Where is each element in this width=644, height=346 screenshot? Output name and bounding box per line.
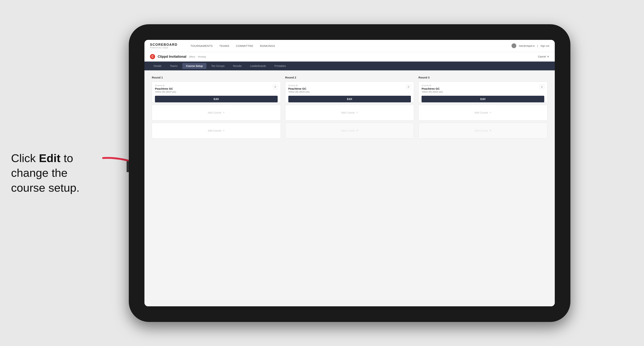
- plus-icon-r3: +: [490, 111, 492, 115]
- plus-icon: +: [223, 111, 225, 115]
- round-3-course-card: (Course A) Peachtree GC Yellow (M) (6629…: [418, 82, 548, 103]
- plus-icon-2: +: [223, 129, 225, 133]
- round-3-column: Round 3 (Course A) Peachtree GC Yellow (…: [418, 76, 548, 141]
- round-3-card-header: (Course A) Peachtree GC Yellow (M) (6629…: [422, 84, 544, 96]
- round-2-add-course-2: Add Course +: [285, 123, 414, 139]
- round-2-course-card: (Course A) Peachtree GC Yellow (M) (6629…: [285, 82, 414, 103]
- nav-links: TOURNAMENTS TEAMS COMMITTEE RANKINGS: [190, 44, 502, 47]
- top-nav: SCOREBOARD Powered by clippd TOURNAMENTS…: [144, 40, 555, 52]
- round-3-delete-icon[interactable]: 🗑: [540, 84, 544, 89]
- round-3-add-course-text-2: Add Course +: [474, 129, 491, 133]
- plus-icon-r2: +: [356, 111, 358, 115]
- tab-leaderboards[interactable]: Leaderboards: [246, 63, 270, 69]
- round-3-title: Round 3: [418, 76, 548, 79]
- round-1-title: Round 1: [152, 76, 281, 79]
- user-email: blair@clippd.io: [519, 44, 534, 47]
- round-1-delete-icon[interactable]: 🗑: [273, 84, 278, 89]
- plus-icon-r2-2: +: [356, 129, 358, 133]
- tablet-screen: SCOREBOARD Powered by clippd TOURNAMENTS…: [144, 40, 555, 306]
- add-course-label-r3: Add Course: [474, 111, 488, 114]
- round-3-course-name: Peachtree GC: [422, 87, 443, 90]
- plus-icon-r3-2: +: [490, 129, 492, 133]
- nav-separator: |: [537, 44, 538, 47]
- round-1-course-label: (Course A): [155, 84, 176, 87]
- round-2-add-course-1[interactable]: Add Course +: [285, 105, 414, 121]
- sub-header: C Clippd Invitational (Men) Hosting Canc…: [144, 52, 555, 62]
- round-2-course-details: Yellow (M) (6629 yds): [288, 91, 310, 93]
- rounds-grid: Round 1 (Course A) Peachtree GC Yellow (…: [152, 76, 548, 141]
- round-3-add-course-text-1: Add Course +: [474, 111, 491, 115]
- add-course-label: Add Course: [208, 111, 221, 114]
- round-2-course-label: (Course A): [288, 84, 310, 87]
- round-2-card-header: (Course A) Peachtree GC Yellow (M) (6629…: [288, 84, 411, 96]
- tab-bar: Details Teams Course Setup Tee Groups Re…: [144, 62, 555, 70]
- main-content: Round 1 (Course A) Peachtree GC Yellow (…: [144, 70, 555, 306]
- round-2-add-course-text-1: Add Course +: [341, 111, 358, 115]
- tab-teams[interactable]: Teams: [166, 63, 181, 69]
- round-1-course-name: Peachtree GC: [155, 87, 176, 90]
- logo-sub: Powered by clippd: [150, 47, 168, 49]
- gender-badge: (Men): [189, 55, 195, 58]
- instruction-text: Click Edit to change the course setup.: [11, 151, 118, 195]
- add-course-label-2: Add Course: [208, 129, 221, 132]
- round-2-title: Round 2: [285, 76, 414, 79]
- logo-area: SCOREBOARD Powered by clippd: [150, 43, 178, 49]
- round-2-column: Round 2 (Course A) Peachtree GC Yellow (…: [285, 76, 414, 141]
- nav-right: blair@clippd.io | Sign out: [512, 43, 549, 48]
- round-1-course-info: (Course A) Peachtree GC Yellow (M) (6629…: [155, 84, 176, 96]
- tab-details[interactable]: Details: [150, 63, 165, 69]
- logo-title: SCOREBOARD: [150, 43, 178, 47]
- cancel-button[interactable]: Cancel ✕: [538, 55, 549, 58]
- tournament-name: Clippd Invitational: [158, 55, 186, 59]
- round-1-add-course-text-2: Add Course +: [208, 129, 225, 133]
- sub-header-left: C Clippd Invitational (Men) Hosting: [150, 54, 206, 59]
- round-1-edit-button[interactable]: Edit: [155, 96, 278, 102]
- tablet-side-button: [126, 161, 129, 172]
- round-1-column: Round 1 (Course A) Peachtree GC Yellow (…: [152, 76, 281, 141]
- tablet-shell: SCOREBOARD Powered by clippd TOURNAMENTS…: [129, 24, 570, 322]
- round-1-add-course-2[interactable]: Add Course +: [152, 123, 281, 139]
- sign-out-link[interactable]: Sign out: [540, 44, 549, 47]
- nav-link-committee[interactable]: COMMITTEE: [236, 44, 253, 47]
- user-avatar: [512, 43, 516, 48]
- tab-tee-groups[interactable]: Tee Groups: [208, 63, 228, 69]
- round-2-delete-icon[interactable]: 🗑: [406, 84, 411, 89]
- round-1-course-details: Yellow (M) (6629 yds): [155, 91, 176, 93]
- round-3-course-details: Yellow (M) (6629 yds): [422, 91, 443, 93]
- round-3-add-course-2: Add Course +: [418, 123, 548, 139]
- hosting-badge: Hosting: [198, 55, 206, 58]
- round-2-edit-button[interactable]: Edit: [288, 96, 411, 102]
- round-1-add-course-text-1: Add Course +: [208, 111, 225, 115]
- round-3-edit-button[interactable]: Edit: [422, 96, 544, 102]
- edit-keyword: Edit: [39, 152, 60, 165]
- cancel-label: Cancel: [538, 55, 546, 58]
- add-course-label-r3-2: Add Course: [474, 129, 488, 132]
- add-course-label-r2-2: Add Course: [341, 129, 355, 132]
- nav-link-tournaments[interactable]: TOURNAMENTS: [190, 44, 213, 47]
- app-icon: C: [150, 54, 155, 59]
- round-2-course-info: (Course A) Peachtree GC Yellow (M) (6629…: [288, 84, 310, 96]
- round-3-course-info: (Course A) Peachtree GC Yellow (M) (6629…: [422, 84, 443, 96]
- tab-results[interactable]: Results: [229, 63, 245, 69]
- cancel-icon: ✕: [547, 55, 549, 58]
- round-3-course-label: (Course A): [422, 84, 443, 87]
- round-1-card-header: (Course A) Peachtree GC Yellow (M) (6629…: [155, 84, 278, 96]
- nav-link-teams[interactable]: TEAMS: [219, 44, 229, 47]
- round-3-add-course-1[interactable]: Add Course +: [418, 105, 548, 121]
- tab-course-setup[interactable]: Course Setup: [182, 63, 206, 69]
- nav-link-rankings[interactable]: RANKINGS: [260, 44, 275, 47]
- round-2-add-course-text-2: Add Course +: [341, 129, 358, 133]
- round-2-course-name: Peachtree GC: [288, 87, 310, 90]
- round-1-course-card: (Course A) Peachtree GC Yellow (M) (6629…: [152, 82, 281, 103]
- tab-printables[interactable]: Printables: [271, 63, 290, 69]
- add-course-label-r2: Add Course: [341, 111, 355, 114]
- round-1-add-course-1[interactable]: Add Course +: [152, 105, 281, 121]
